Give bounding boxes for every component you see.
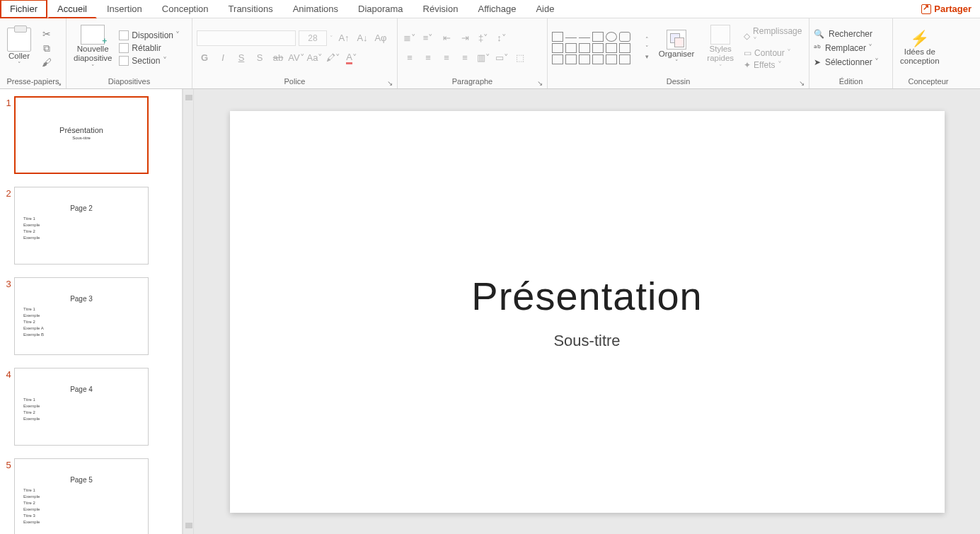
thumbnail-slide[interactable]: Page 2Titre 1ExempleTitre 2Exemple xyxy=(14,187,149,265)
shape-line-icon[interactable] xyxy=(565,37,577,38)
thumbnail-row[interactable]: 4Page 4Titre 1ExempleTitre 2Exemple xyxy=(3,368,175,446)
shapes-gallery[interactable] xyxy=(552,32,638,64)
replace-button[interactable]: ᵃᵇRemplacer xyxy=(814,43,879,53)
gallery-down-icon[interactable]: ˅ xyxy=(645,45,649,52)
line-spacing-button[interactable]: ‡˅ xyxy=(475,30,491,46)
shape-line2-icon[interactable] xyxy=(579,37,590,38)
new-slide-button[interactable]: Nouvelle diapositive ˅ xyxy=(71,23,115,72)
shape-arrow2-icon[interactable] xyxy=(592,43,604,53)
share-icon xyxy=(921,4,931,14)
strike-button[interactable]: ab xyxy=(270,50,286,66)
italic-button[interactable]: I xyxy=(215,50,231,66)
font-dialog-launcher-icon[interactable]: ↘ xyxy=(387,79,393,87)
underline-button[interactable]: S xyxy=(234,50,249,66)
current-slide[interactable]: Présentation Sous-titre xyxy=(230,111,945,513)
quick-styles-button[interactable]: Styles rapides ˅ xyxy=(704,23,737,72)
align-right-button[interactable]: ≡ xyxy=(439,50,454,66)
shape-star-icon[interactable] xyxy=(592,54,604,64)
design-ideas-button[interactable]: ⚡ Idées de conception xyxy=(897,28,942,68)
thumbnail-slide[interactable]: Page 3Titre 1ExempleTitre 2Exemple AExem… xyxy=(14,277,149,355)
shape-tri-icon[interactable] xyxy=(552,43,563,53)
shape-bracket-icon[interactable] xyxy=(565,54,577,64)
clear-format-icon[interactable]: Aφ xyxy=(373,30,388,46)
slide-subtitle[interactable]: Sous-titre xyxy=(553,332,620,350)
clipboard-dialog-launcher-icon[interactable]: ↘ xyxy=(56,79,62,87)
drawing-dialog-launcher-icon[interactable]: ↘ xyxy=(799,79,805,87)
thumbnail-row[interactable]: 2Page 2Titre 1ExempleTitre 2Exemple xyxy=(3,187,175,265)
layout-button[interactable]: Disposition xyxy=(119,30,180,40)
outline-label: Contour xyxy=(754,48,791,58)
thumbnail-slide[interactable]: Page 5Titre 1ExempleTitre 2ExempleTitre … xyxy=(14,458,149,534)
shape-more-icon[interactable] xyxy=(619,54,630,64)
tab-fichier[interactable]: Fichier xyxy=(0,0,47,18)
shape-hex-icon[interactable] xyxy=(606,43,617,53)
arrange-button[interactable]: Organiser ˅ xyxy=(656,28,698,68)
thumbnail-slide[interactable]: PrésentationSous-titre xyxy=(14,96,149,174)
thumbnail-row[interactable]: 3Page 3Titre 1ExempleTitre 2Exemple AExe… xyxy=(3,277,175,355)
columns-button[interactable]: ▥˅ xyxy=(475,50,491,66)
tab-conception[interactable]: Conception xyxy=(152,0,219,18)
align-left-button[interactable]: ≡ xyxy=(402,50,417,66)
justify-button[interactable]: ≡ xyxy=(457,50,473,66)
increase-font-icon[interactable]: A↑ xyxy=(336,30,352,46)
reset-button[interactable]: Rétablir xyxy=(119,43,180,53)
cut-icon[interactable]: ✂ xyxy=(41,28,52,40)
ribbon: Coller ˅ ✂ ⧉ 🖌 Presse-papiers↘ Nouvelle … xyxy=(0,18,980,89)
tab-revision[interactable]: Révision xyxy=(413,0,468,18)
bold-button[interactable]: G xyxy=(197,50,212,66)
gallery-up-icon[interactable]: ˄ xyxy=(645,36,649,43)
font-size-combo[interactable]: 28 xyxy=(299,30,327,46)
slide-title[interactable]: Présentation xyxy=(471,273,702,319)
paragraph-dialog-launcher-icon[interactable]: ↘ xyxy=(537,79,543,87)
shape-star2-icon[interactable] xyxy=(606,54,617,64)
align-center-button[interactable]: ≡ xyxy=(420,50,436,66)
shape-rect2-icon[interactable] xyxy=(592,32,604,42)
format-painter-icon[interactable]: 🖌 xyxy=(41,57,52,68)
shape-rect-icon[interactable] xyxy=(552,32,563,42)
paste-button[interactable]: Coller ˅ xyxy=(4,26,34,70)
smartart-button[interactable]: ⬚ xyxy=(512,50,528,66)
find-button[interactable]: 🔍Rechercher xyxy=(814,29,879,39)
fill-label: Remplissage xyxy=(753,26,805,46)
tab-aide[interactable]: Aide xyxy=(526,0,564,18)
increase-indent-button[interactable]: ⇥ xyxy=(457,30,473,46)
shape-callout-icon[interactable] xyxy=(619,43,630,53)
section-label: Section xyxy=(132,56,166,66)
thumbnail-row[interactable]: 1PrésentationSous-titre xyxy=(3,96,175,174)
change-case-button[interactable]: Aa˅ xyxy=(307,50,323,66)
decrease-font-icon[interactable]: A↓ xyxy=(354,30,370,46)
thumbnail-slide[interactable]: Page 4Titre 1ExempleTitre 2Exemple xyxy=(14,368,149,446)
shape-conn-icon[interactable] xyxy=(565,43,577,53)
bullets-button[interactable]: ≣˅ xyxy=(402,30,417,46)
tab-insertion[interactable]: Insertion xyxy=(97,0,152,18)
shape-rrect-icon[interactable] xyxy=(619,32,630,42)
font-color-button[interactable]: A˅ xyxy=(344,50,359,66)
share-button[interactable]: Partager xyxy=(921,4,972,14)
gallery-more-icon[interactable]: ▾ xyxy=(645,53,649,60)
shape-brace-icon[interactable] xyxy=(579,54,590,64)
shape-effects-button[interactable]: ✦Effets xyxy=(744,60,805,70)
numbering-button[interactable]: ≡˅ xyxy=(420,30,436,46)
thumbnail-row[interactable]: 5Page 5Titre 1ExempleTitre 2ExempleTitre… xyxy=(3,458,175,534)
shape-curve-icon[interactable] xyxy=(552,54,563,64)
copy-icon[interactable]: ⧉ xyxy=(41,42,52,54)
shape-fill-button[interactable]: ◇Remplissage xyxy=(744,26,805,46)
shape-oval-icon[interactable] xyxy=(606,32,617,42)
char-spacing-button[interactable]: AV˅ xyxy=(289,50,304,66)
section-button[interactable]: Section xyxy=(119,56,180,66)
shape-arrow-icon[interactable] xyxy=(579,43,590,53)
tab-diaporama[interactable]: Diaporama xyxy=(348,0,413,18)
text-direction-button[interactable]: ↕˅ xyxy=(494,30,509,46)
highlight-button[interactable]: 🖍˅ xyxy=(325,50,341,66)
tab-transitions[interactable]: Transitions xyxy=(219,0,283,18)
font-family-combo[interactable] xyxy=(197,30,296,46)
shape-outline-button[interactable]: ▭Contour xyxy=(744,48,805,58)
tab-affichage[interactable]: Affichage xyxy=(468,0,526,18)
select-button[interactable]: ➤Sélectionner xyxy=(814,57,879,67)
tab-animations[interactable]: Animations xyxy=(283,0,348,18)
group-clipboard-label: Presse-papiers xyxy=(7,77,59,86)
decrease-indent-button[interactable]: ⇤ xyxy=(439,30,454,46)
tab-accueil[interactable]: Accueil xyxy=(47,0,97,18)
align-text-button[interactable]: ▭˅ xyxy=(494,50,509,66)
shadow-button[interactable]: S xyxy=(252,50,267,66)
